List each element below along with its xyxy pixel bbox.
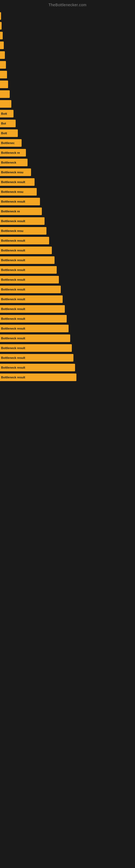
bar: Bottleneck result: [0, 276, 59, 283]
bar: Bottleneck result: [0, 373, 77, 381]
bar-row: Bott: [0, 128, 135, 138]
bar-row: Bot: [0, 119, 135, 128]
bar-label: Bottleneck: [1, 161, 16, 164]
bar-row: Bottleneck resu: [0, 226, 135, 236]
bar: Bottleneck result: [0, 178, 35, 186]
bar: Bottleneck resu: [0, 227, 46, 235]
bar: Bottleneck result: [0, 247, 52, 254]
bar: Bottleneck: [0, 159, 28, 166]
bar-label: Bottleneck result: [1, 337, 25, 340]
bar-row: [0, 70, 135, 80]
bar: [0, 61, 6, 69]
bar-label: Bottleneck re: [1, 210, 20, 213]
bar: Bottleneck result: [0, 266, 57, 274]
bar-label: Bottleneck result: [1, 288, 25, 291]
bar: Bottleneck result: [0, 305, 65, 313]
bar: Bottleneck result: [0, 364, 75, 371]
bar-row: Bottleneck result: [0, 177, 135, 187]
bar: Bottleneck resu: [0, 188, 37, 195]
bar: [0, 90, 10, 98]
bar: Bottleneck result: [0, 296, 63, 303]
bar-label: Bottleneck result: [1, 200, 25, 203]
bar-row: Bottleneck result: [0, 265, 135, 275]
bar-label: Bottleneck result: [1, 268, 25, 272]
bar-row: Bottleneck resu: [0, 167, 135, 177]
bar: [0, 41, 4, 49]
bar-label: Bottlenec: [1, 141, 14, 145]
bar: [0, 12, 1, 20]
bar: [0, 22, 2, 30]
bar: Bottleneck result: [0, 354, 74, 362]
bar-row: Bottleneck result: [0, 294, 135, 304]
bar-row: Bottleneck result: [0, 363, 135, 372]
bar-row: [0, 50, 135, 60]
bar: Bottleneck result: [0, 335, 70, 342]
bar-row: Bottleneck re: [0, 148, 135, 158]
bars-container: BottBotBottBottlenecBottleneck reBottlen…: [0, 8, 135, 385]
bar: [0, 51, 5, 59]
bar-label: Bottleneck result: [1, 219, 25, 223]
site-title: TheBottlenecker.com: [0, 0, 135, 8]
bar-label: Bottleneck result: [1, 298, 25, 301]
bar: Bottleneck result: [0, 286, 61, 293]
bar-row: Bottleneck: [0, 158, 135, 167]
bar: Bottleneck result: [0, 217, 45, 225]
bar-label: Bottleneck result: [1, 249, 25, 252]
bar: Bottleneck result: [0, 325, 69, 332]
bar-row: Bottleneck result: [0, 216, 135, 226]
bar-row: Bottleneck result: [0, 353, 135, 363]
bar-label: Bottleneck resu: [1, 170, 24, 174]
bar-label: Bottleneck result: [1, 258, 25, 262]
bar: Bot: [0, 120, 16, 127]
bar-label: Bott: [1, 112, 7, 115]
bar-row: Bottleneck re: [0, 207, 135, 216]
bar: Bott: [0, 110, 13, 118]
bar-label: Bottleneck re: [1, 151, 20, 154]
bar: Bott: [0, 129, 18, 137]
bar: Bottleneck re: [0, 149, 26, 156]
bar: Bottleneck re: [0, 208, 42, 215]
bar-row: Bott: [0, 109, 135, 119]
bar-row: [0, 99, 135, 109]
bar-label: Bott: [1, 131, 7, 135]
bar: [0, 32, 3, 39]
bar-label: Bottleneck result: [1, 366, 25, 369]
bar-label: Bottleneck result: [1, 327, 25, 330]
bar-row: [0, 80, 135, 89]
bar: Bottleneck result: [0, 315, 67, 322]
bar-row: Bottleneck result: [0, 255, 135, 265]
bar-row: [0, 21, 135, 31]
bar-label: Bottleneck result: [1, 278, 25, 281]
bar-label: Bottleneck result: [1, 180, 25, 184]
bar-row: Bottleneck result: [0, 304, 135, 314]
bar: Bottleneck result: [0, 256, 54, 264]
bar-label: Bottleneck result: [1, 356, 25, 360]
bar: [0, 81, 8, 88]
bar-row: Bottleneck result: [0, 275, 135, 284]
bar-row: Bottleneck result: [0, 236, 135, 246]
bar-row: Bottleneck resu: [0, 187, 135, 197]
bar-row: Bottlenec: [0, 138, 135, 148]
bar: Bottleneck result: [0, 198, 40, 205]
bar-label: Bottleneck resu: [1, 229, 24, 232]
bar-row: [0, 40, 135, 50]
bar: Bottlenec: [0, 139, 21, 147]
bar-row: Bottleneck result: [0, 323, 135, 333]
bar-row: [0, 31, 135, 40]
bar-label: Bottleneck result: [1, 376, 25, 379]
bar-row: Bottleneck result: [0, 284, 135, 294]
bar-row: Bottleneck result: [0, 314, 135, 323]
bar-row: [0, 89, 135, 99]
bar-row: Bottleneck result: [0, 246, 135, 255]
bar: [0, 100, 11, 108]
bar-row: Bottleneck result: [0, 343, 135, 353]
bar: [0, 71, 7, 79]
bar: Bottleneck result: [0, 237, 49, 244]
bar: Bottleneck result: [0, 344, 72, 352]
bar-label: Bottleneck result: [1, 346, 25, 350]
bar: Bottleneck resu: [0, 168, 31, 176]
bar-row: Bottleneck result: [0, 197, 135, 207]
bar-row: Bottleneck result: [0, 333, 135, 343]
bar-label: Bot: [1, 122, 6, 125]
bar-label: Bottleneck result: [1, 239, 25, 242]
